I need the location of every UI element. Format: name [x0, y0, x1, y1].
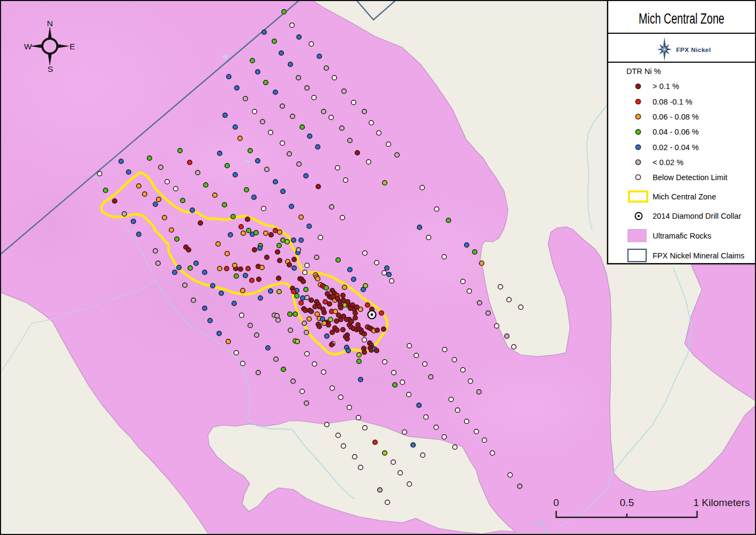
svg-text:0.04 - 0.06 %: 0.04 - 0.06 %	[653, 128, 699, 136]
svg-text:W: W	[24, 42, 32, 51]
svg-text:0: 0	[553, 497, 559, 508]
svg-text:Mich Central Zone: Mich Central Zone	[639, 11, 724, 27]
svg-text:DTR Ni %: DTR Ni %	[626, 67, 661, 76]
svg-text:S: S	[48, 64, 53, 73]
svg-text:N: N	[47, 19, 53, 28]
svg-text:0.02 - 0.04 %: 0.02 - 0.04 %	[653, 143, 699, 152]
svg-text:0.5: 0.5	[620, 497, 634, 508]
svg-text:Ultramafic Rocks: Ultramafic Rocks	[653, 232, 712, 240]
svg-text:Below Detection Limit: Below Detection Limit	[653, 173, 727, 182]
svg-text:FPX Nickel Mineral Claims: FPX Nickel Mineral Claims	[653, 251, 745, 260]
svg-text:1 Kilometers: 1 Kilometers	[693, 497, 750, 508]
svg-text:2014 Diamond Drill Collar: 2014 Diamond Drill Collar	[653, 212, 741, 220]
svg-text:Mich Central Zone: Mich Central Zone	[653, 192, 716, 201]
svg-text:< 0.02 %: < 0.02 %	[653, 158, 684, 167]
svg-text:> 0.1 %: > 0.1 %	[653, 82, 679, 91]
svg-text:FPX Nickel: FPX Nickel	[676, 46, 711, 54]
svg-text:E: E	[70, 42, 75, 51]
svg-text:0.06 - 0.08 %: 0.06 - 0.08 %	[653, 113, 699, 121]
svg-text:0.08 -0.1 %: 0.08 -0.1 %	[653, 98, 692, 106]
